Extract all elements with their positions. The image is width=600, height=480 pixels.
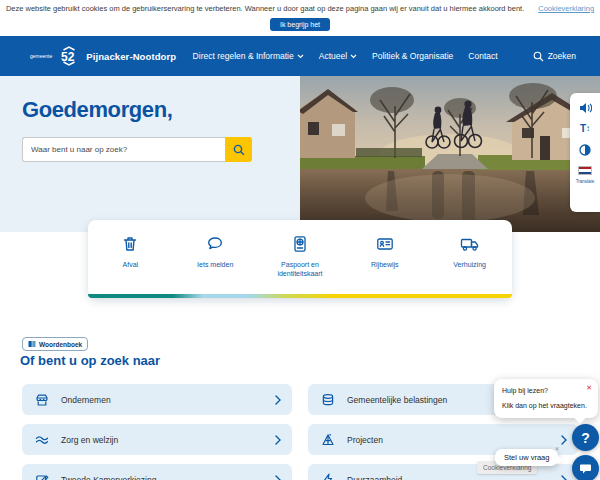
quick-link-verhuizing[interactable]: Verhuizing <box>427 220 512 298</box>
book-icon <box>28 340 36 348</box>
chevron-right-icon <box>275 395 281 405</box>
main-navigation: gemeente 52 Pijnacker-Nootdorp Direct re… <box>0 36 600 76</box>
cookie-accept-button[interactable]: Ik begrijp het <box>270 18 330 31</box>
help-tooltip-title: Hulp bij lezen? <box>502 387 590 394</box>
dutch-flag-icon <box>578 166 592 175</box>
text-size-button[interactable]: T↕ <box>580 124 590 134</box>
help-tooltip: Hulp bij lezen? Klik dan op het vraagtek… <box>494 379 598 418</box>
id-card-icon <box>375 233 395 255</box>
cookie-statement-link[interactable]: Cookieverklaring <box>538 4 594 13</box>
contrast-icon <box>579 144 591 156</box>
search-icon <box>233 144 245 156</box>
quick-links-card: Afval Iets melden Paspoort en identiteit… <box>88 220 512 298</box>
search-input[interactable] <box>22 137 225 162</box>
nav-item-actueel[interactable]: Actueel <box>319 51 357 61</box>
hero-searchbar <box>22 137 252 162</box>
crane-icon <box>320 432 336 448</box>
translate-label: Translate <box>576 179 595 184</box>
ask-question-tooltip: Stel uw vraag ✕ <box>495 449 558 466</box>
moving-truck-icon <box>459 233 481 255</box>
cookie-message: Deze website gebruikt cookies om de gebr… <box>6 4 524 13</box>
help-question-button[interactable]: ? <box>572 424 599 451</box>
quick-link-paspoort[interactable]: Paspoort en identiteitskaart <box>258 220 343 298</box>
chevron-down-icon <box>297 54 304 59</box>
translate-button[interactable] <box>578 166 592 175</box>
quick-link-afval[interactable]: Afval <box>88 220 173 298</box>
nav-item-politiek-organisatie[interactable]: Politiek & Organisatie <box>372 51 453 61</box>
quick-link-iets-melden[interactable]: Iets melden <box>173 220 258 298</box>
speech-bubble-icon <box>205 233 225 255</box>
nav-item-contact[interactable]: Contact <box>468 51 497 61</box>
hero-photo-flooded-street-cyclists <box>300 76 600 232</box>
accessibility-toolbar: T↕ Translate <box>570 93 600 212</box>
lightning-icon <box>320 472 336 480</box>
chevron-down-icon <box>350 54 357 59</box>
chevron-right-icon <box>561 435 567 445</box>
page: Deze website gebruikt cookies om de gebr… <box>0 0 600 480</box>
chat-button[interactable] <box>572 455 599 480</box>
coins-icon <box>320 392 336 408</box>
ballot-pencil-icon <box>34 472 50 480</box>
nav-search-button[interactable]: Zoeken <box>533 51 576 62</box>
brand-gradient-stripe <box>88 294 512 298</box>
card-tweede-kamerverkiezing[interactable]: Tweede Kamerverkiezing <box>22 464 292 480</box>
logo[interactable]: gemeente 52 Pijnacker-Nootdorp <box>30 45 176 67</box>
section-title: Of bent u op zoek naar <box>20 353 160 368</box>
quick-link-rijbewijs[interactable]: Rijbewijs <box>342 220 427 298</box>
nav-item-direct-regelen[interactable]: Direct regelen & Informatie <box>193 51 304 61</box>
storefront-icon <box>34 392 50 408</box>
dictionary-badge-button[interactable]: Woordenboek <box>22 337 88 351</box>
chevron-right-icon <box>561 475 567 480</box>
greeting-heading: Goedemorgen, <box>22 97 172 123</box>
search-submit-button[interactable] <box>225 137 252 162</box>
close-icon[interactable]: ✕ <box>554 445 559 452</box>
speaker-icon <box>579 102 592 114</box>
hero-section: Goedemorgen, T↕ <box>0 76 600 232</box>
read-aloud-button[interactable] <box>579 102 592 114</box>
chevron-right-icon <box>275 435 281 445</box>
contrast-button[interactable] <box>579 144 591 156</box>
card-duurzaamheid[interactable]: Duurzaamheid <box>308 464 578 480</box>
logo-name: Pijnacker-Nootdorp <box>86 51 176 62</box>
card-ondernemen[interactable]: Ondernemen <box>22 384 292 415</box>
chevron-right-icon <box>275 475 281 480</box>
help-tooltip-body: Klik dan op het vraagteken. <box>502 402 590 409</box>
menu: Direct regelen & Informatie Actueel Poli… <box>193 51 576 62</box>
logo-prefix: gemeente <box>30 53 52 59</box>
passport-icon <box>290 233 310 255</box>
svg-text:52: 52 <box>61 50 75 64</box>
close-icon[interactable]: ✕ <box>586 384 592 391</box>
trash-icon <box>120 233 140 255</box>
care-hands-icon <box>34 432 50 448</box>
municipality-logo-icon: 52 <box>57 45 81 67</box>
card-zorg-en-welzijn[interactable]: Zorg en welzijn <box>22 424 292 455</box>
chat-bubble-icon <box>579 462 592 475</box>
question-mark-icon: ? <box>581 430 590 446</box>
search-icon <box>533 51 544 62</box>
cookie-banner: Deze website gebruikt cookies om de gebr… <box>0 0 600 36</box>
